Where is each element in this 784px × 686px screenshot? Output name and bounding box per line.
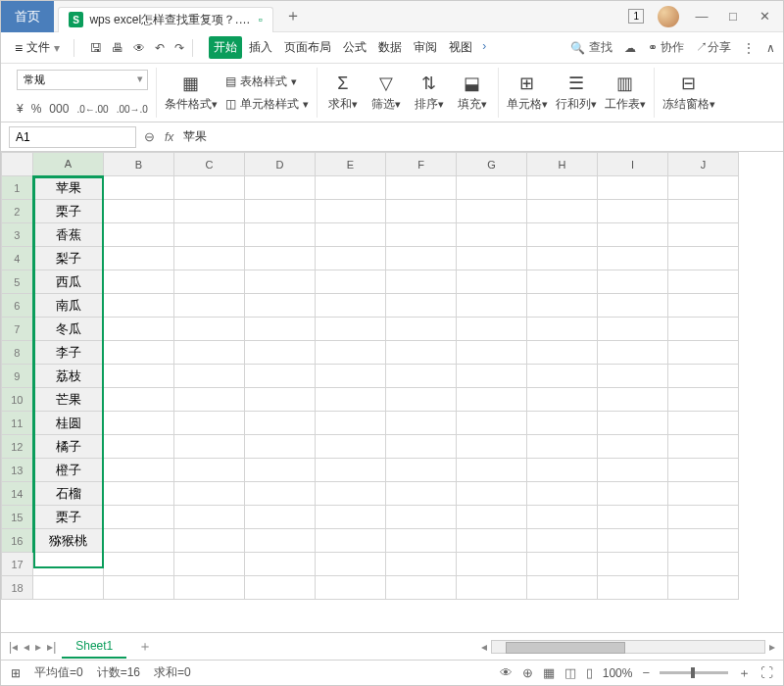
close-button[interactable]: ✕ bbox=[756, 9, 773, 24]
cell-I8[interactable] bbox=[598, 341, 668, 365]
cell-E12[interactable] bbox=[316, 435, 386, 459]
cell-I6[interactable] bbox=[598, 294, 668, 318]
sheet-tab[interactable]: Sheet1 bbox=[62, 635, 126, 659]
formula-input[interactable]: 苹果 bbox=[183, 128, 207, 145]
cell-A1[interactable]: 苹果 bbox=[33, 176, 104, 200]
cell-D16[interactable] bbox=[245, 529, 316, 553]
cell-A9[interactable]: 荔枝 bbox=[33, 365, 104, 388]
minimize-button[interactable]: — bbox=[693, 9, 710, 24]
col-header-E[interactable]: E bbox=[316, 153, 386, 176]
currency-button[interactable]: ¥ bbox=[17, 102, 24, 116]
col-header-J[interactable]: J bbox=[668, 153, 739, 176]
row-header-9[interactable]: 9 bbox=[2, 365, 33, 388]
cell-J4[interactable] bbox=[668, 247, 739, 270]
window-count-badge[interactable]: 1 bbox=[628, 9, 644, 24]
cell-C1[interactable] bbox=[174, 176, 245, 200]
cell-J8[interactable] bbox=[668, 341, 739, 365]
cell-H16[interactable] bbox=[527, 529, 598, 553]
cell-B11[interactable] bbox=[104, 412, 174, 435]
cell-B10[interactable] bbox=[104, 388, 174, 412]
cell-A6[interactable]: 南瓜 bbox=[33, 294, 104, 318]
cell-G11[interactable] bbox=[457, 412, 527, 435]
cell-D3[interactable] bbox=[245, 223, 316, 247]
cell-F1[interactable] bbox=[386, 176, 457, 200]
cell-F4[interactable] bbox=[386, 247, 457, 270]
zoom-slider[interactable] bbox=[660, 671, 728, 674]
scroll-right-icon[interactable]: ▸ bbox=[769, 640, 775, 654]
cell-F7[interactable] bbox=[386, 318, 457, 341]
cell-J18[interactable] bbox=[668, 576, 739, 600]
cell-H14[interactable] bbox=[527, 482, 598, 506]
cell-I3[interactable] bbox=[598, 223, 668, 247]
cell-C16[interactable] bbox=[174, 529, 245, 553]
select-all-corner[interactable] bbox=[2, 153, 33, 176]
cell-I13[interactable] bbox=[598, 459, 668, 482]
cell-F11[interactable] bbox=[386, 412, 457, 435]
cell-E14[interactable] bbox=[316, 482, 386, 506]
row-header-16[interactable]: 16 bbox=[2, 529, 33, 553]
cell-D6[interactable] bbox=[245, 294, 316, 318]
cell-C2[interactable] bbox=[174, 200, 245, 223]
cell-I17[interactable] bbox=[598, 553, 668, 576]
redo-icon[interactable]: ↷ bbox=[174, 41, 184, 55]
cell-J3[interactable] bbox=[668, 223, 739, 247]
cell-C13[interactable] bbox=[174, 459, 245, 482]
cell-C18[interactable] bbox=[174, 576, 245, 600]
cell-E13[interactable] bbox=[316, 459, 386, 482]
cell-F10[interactable] bbox=[386, 388, 457, 412]
cell-A13[interactable]: 橙子 bbox=[33, 459, 104, 482]
cell-B18[interactable] bbox=[104, 576, 174, 600]
cell-G14[interactable] bbox=[457, 482, 527, 506]
cell-F18[interactable] bbox=[386, 576, 457, 600]
cell-B12[interactable] bbox=[104, 435, 174, 459]
sort-button[interactable]: ⇅排序▾ bbox=[412, 73, 447, 113]
cell-E4[interactable] bbox=[316, 247, 386, 270]
rowcol-button[interactable]: ☰行和列▾ bbox=[556, 73, 597, 113]
cell-D5[interactable] bbox=[245, 270, 316, 294]
sum-button[interactable]: Σ求和▾ bbox=[325, 73, 361, 113]
cell-J11[interactable] bbox=[668, 412, 739, 435]
zoom-out-button[interactable]: − bbox=[642, 665, 650, 680]
row-header-1[interactable]: 1 bbox=[2, 176, 33, 200]
zoom-in-button[interactable]: ＋ bbox=[738, 664, 751, 682]
cell-H11[interactable] bbox=[527, 412, 598, 435]
row-header-8[interactable]: 8 bbox=[2, 341, 33, 365]
col-header-F[interactable]: F bbox=[386, 153, 457, 176]
cell-A3[interactable]: 香蕉 bbox=[33, 223, 104, 247]
cell-F17[interactable] bbox=[386, 553, 457, 576]
cell-I16[interactable] bbox=[598, 529, 668, 553]
row-header-11[interactable]: 11 bbox=[2, 412, 33, 435]
print-icon[interactable]: 🖶 bbox=[112, 41, 123, 55]
scroll-left-icon[interactable]: ◂ bbox=[481, 640, 487, 654]
cell-H9[interactable] bbox=[527, 365, 598, 388]
tab-data[interactable]: 数据 bbox=[373, 36, 407, 59]
row-header-4[interactable]: 4 bbox=[2, 247, 33, 270]
cell-D14[interactable] bbox=[245, 482, 316, 506]
cell-F13[interactable] bbox=[386, 459, 457, 482]
cell-F16[interactable] bbox=[386, 529, 457, 553]
cell-D2[interactable] bbox=[245, 200, 316, 223]
row-header-6[interactable]: 6 bbox=[2, 294, 33, 318]
cell-C4[interactable] bbox=[174, 247, 245, 270]
last-sheet-icon[interactable]: ▸| bbox=[47, 640, 56, 654]
row-header-18[interactable]: 18 bbox=[2, 576, 33, 600]
cell-E18[interactable] bbox=[316, 576, 386, 600]
cell-C7[interactable] bbox=[174, 318, 245, 341]
coop-button[interactable]: ⚭ 协作 bbox=[648, 39, 684, 56]
cell-B15[interactable] bbox=[104, 506, 174, 529]
cell-G1[interactable] bbox=[457, 176, 527, 200]
cell-I4[interactable] bbox=[598, 247, 668, 270]
cell-B17[interactable] bbox=[104, 553, 174, 576]
cell-C14[interactable] bbox=[174, 482, 245, 506]
cell-A16[interactable]: 猕猴桃 bbox=[33, 529, 104, 553]
cell-B13[interactable] bbox=[104, 459, 174, 482]
cell-J6[interactable] bbox=[668, 294, 739, 318]
cell-B1[interactable] bbox=[104, 176, 174, 200]
cell-J7[interactable] bbox=[668, 318, 739, 341]
row-header-13[interactable]: 13 bbox=[2, 459, 33, 482]
cell-A5[interactable]: 西瓜 bbox=[33, 270, 104, 294]
kebab-icon[interactable]: ⋮ bbox=[743, 41, 755, 55]
cell-H18[interactable] bbox=[527, 576, 598, 600]
cell-C9[interactable] bbox=[174, 365, 245, 388]
number-format-select[interactable]: 常规 bbox=[17, 70, 148, 90]
